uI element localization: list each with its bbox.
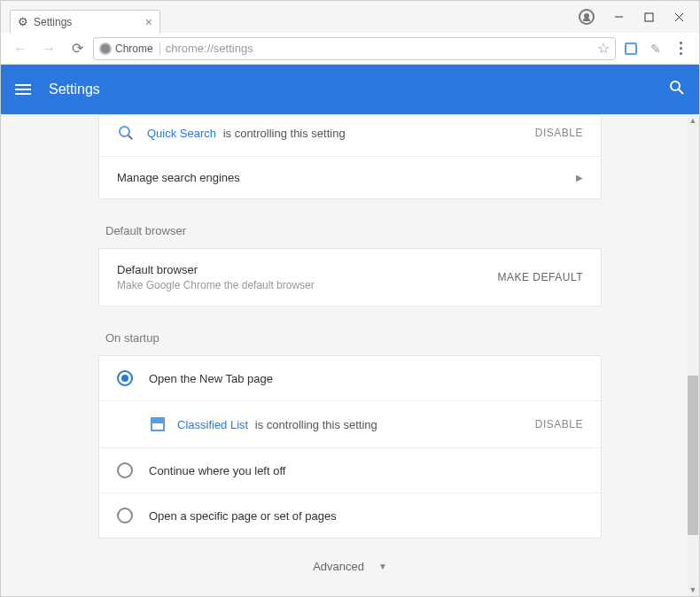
startup-option-label: Open the New Tab page (149, 372, 273, 385)
wand-icon[interactable]: ✎ (644, 37, 667, 60)
back-button[interactable]: ← (8, 36, 33, 61)
chrome-origin-chip: Chrome (99, 43, 160, 55)
magnifier-icon (119, 126, 133, 140)
manage-search-engines-row[interactable]: Manage search engines ▶ (99, 156, 601, 198)
startup-option-label: Continue where you left off (149, 464, 285, 477)
controlling-suffix: is controlling this setting (252, 418, 377, 431)
default-browser-section-label: Default browser (98, 206, 602, 248)
browser-toolbar: ← → ⟳ Chrome chrome://settings ☆ ✎ (1, 33, 699, 65)
startup-option-new-tab[interactable]: Open the New Tab page (99, 356, 601, 400)
bookmark-star-icon[interactable]: ☆ (597, 40, 610, 57)
chrome-logo-icon (99, 43, 112, 55)
scroll-down-icon[interactable]: ▼ (687, 584, 699, 596)
settings-header: Settings (1, 65, 699, 114)
forward-button[interactable]: → (36, 36, 61, 61)
extension-controlling-row: Quick Search is controlling this setting… (99, 115, 601, 156)
close-tab-icon[interactable]: × (145, 15, 152, 29)
menu-hamburger-icon[interactable] (15, 84, 31, 95)
disable-button[interactable]: DISABLE (535, 418, 583, 430)
search-engine-card: Quick Search is controlling this setting… (98, 114, 602, 199)
svg-rect-1 (645, 13, 653, 21)
extension-link[interactable]: Classified List (177, 418, 248, 431)
url-text: chrome://settings (166, 42, 253, 55)
controlling-suffix: is controlling this setting (220, 127, 346, 140)
profile-icon[interactable] (579, 9, 595, 25)
search-icon[interactable] (669, 80, 685, 99)
panel-icon[interactable] (619, 37, 642, 60)
default-browser-subtitle: Make Google Chrome the default browser (117, 279, 315, 291)
on-startup-section-label: On startup (98, 314, 602, 355)
extension-link[interactable]: Quick Search (147, 127, 216, 140)
address-bar[interactable]: Chrome chrome://settings ☆ (93, 37, 616, 60)
reload-button[interactable]: ⟳ (65, 36, 89, 61)
advanced-label: Advanced (313, 560, 364, 573)
startup-option-label: Open a specific page or set of pages (149, 509, 337, 523)
on-startup-card: Open the New Tab page Classified List is… (98, 355, 602, 539)
radio-unselected-icon[interactable] (117, 462, 133, 478)
close-window-button[interactable] (664, 4, 694, 29)
manage-search-engines-label: Manage search engines (117, 171, 240, 184)
scrollbar-track[interactable]: ▲ ▼ (687, 114, 699, 596)
tab-title: Settings (34, 16, 72, 28)
advanced-toggle[interactable]: Advanced ▼ (98, 539, 602, 594)
browser-tab[interactable]: ⚙ Settings × (10, 10, 160, 33)
svg-point-4 (671, 81, 680, 90)
disable-button[interactable]: DISABLE (535, 127, 583, 139)
startup-option-specific-pages[interactable]: Open a specific page or set of pages (99, 492, 601, 538)
startup-option-continue[interactable]: Continue where you left off (99, 447, 601, 492)
default-browser-card: Default browser Make Google Chrome the d… (98, 248, 602, 306)
maximize-button[interactable] (634, 4, 664, 29)
page-title: Settings (49, 81, 100, 97)
scrollbar-thumb[interactable] (688, 376, 698, 535)
default-browser-title: Default browser (117, 263, 315, 276)
startup-extension-row: Classified List is controlling this sett… (99, 400, 601, 447)
settings-content: Quick Search is controlling this setting… (1, 114, 699, 596)
make-default-button[interactable]: MAKE DEFAULT (498, 271, 583, 283)
chevron-right-icon: ▶ (576, 173, 583, 182)
menu-icon[interactable] (669, 37, 692, 60)
scroll-up-icon[interactable]: ▲ (687, 114, 699, 127)
radio-unselected-icon[interactable] (117, 508, 133, 523)
gear-icon: ⚙ (18, 15, 28, 28)
radio-selected-icon[interactable] (117, 370, 133, 386)
chevron-down-icon: ▼ (378, 562, 387, 571)
minimize-button[interactable] (603, 4, 634, 29)
list-icon (151, 417, 165, 431)
svg-line-5 (679, 89, 683, 94)
